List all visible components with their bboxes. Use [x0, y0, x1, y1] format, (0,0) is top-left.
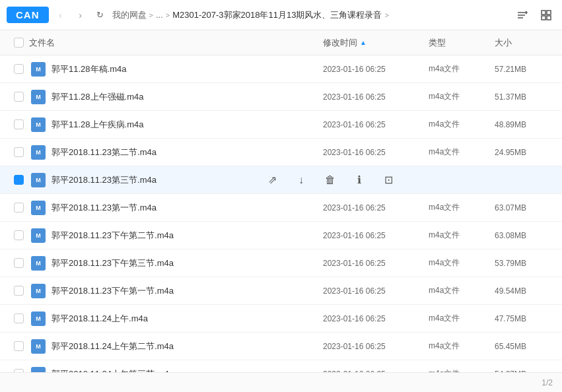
file-type-icon: M [29, 228, 48, 243]
svg-rect-4 [547, 11, 551, 15]
file-type-icon: M [29, 173, 48, 187]
file-date: 2023-01-16 06:25 [323, 148, 429, 157]
breadcrumb-home[interactable]: 我的网盘 [112, 9, 147, 21]
top-bar-right [513, 6, 555, 24]
row-checkbox-col [8, 258, 29, 268]
file-size: 49.54MB [495, 286, 554, 296]
table-row[interactable]: M郭平2018.11.23第三节.m4a⇗↓🗑ℹ⊡ [0, 166, 562, 194]
col-size-header[interactable]: 大小 [495, 37, 554, 49]
file-type: m4a文件 [429, 368, 495, 372]
row-checkbox[interactable] [14, 341, 24, 351]
back-button[interactable]: ‹ [53, 7, 69, 23]
col-date-header[interactable]: 修改时间 ▲ [323, 37, 429, 49]
file-name[interactable]: 郭平2018.11.23第三节.m4a [52, 174, 263, 186]
table-row[interactable]: M郭平2018.11.23第二节.m4a2023-01-16 06:25m4a文… [0, 139, 562, 166]
forward-button[interactable]: › [73, 7, 88, 23]
breadcrumb-sep-2: > [166, 11, 170, 19]
file-name[interactable]: 郭平2018.11.23下午第一节.m4a [52, 285, 323, 297]
row-checkbox-col [8, 175, 29, 185]
row-checkbox[interactable] [14, 203, 24, 212]
table-row[interactable]: M郭平2018.11.24上午.m4a2023-01-16 06:25m4a文件… [0, 305, 562, 333]
view-button[interactable] [537, 6, 555, 24]
breadcrumb-sep-1: > [149, 11, 153, 19]
table-row[interactable]: M郭平2018.11.24上午第三节.m4a2023-01-16 06:25m4… [0, 360, 562, 372]
file-size: 63.08MB [495, 231, 554, 240]
file-name[interactable]: 郭平2018.11.23下午第三节.m4a [52, 257, 323, 269]
file-date: 2023-01-16 06:25 [323, 92, 429, 102]
file-type: m4a文件 [429, 313, 495, 324]
file-type-icon: M [29, 256, 48, 271]
file-name[interactable]: 郭平2018.11.24上午第三节.m4a [52, 368, 323, 373]
row-checkbox-col [8, 341, 29, 351]
file-type-icon: M [29, 311, 48, 326]
row-checkbox[interactable] [14, 64, 24, 74]
table-row[interactable]: M郭平2018.11.23下午第二节.m4a2023-01-16 06:25m4… [0, 222, 562, 249]
more-icon[interactable]: ⊡ [379, 171, 398, 189]
col-name-header[interactable]: 文件名 [29, 37, 323, 49]
file-list: M郭平11.28年稿.m4a2023-01-16 06:25m4a文件57.21… [0, 55, 562, 372]
file-size: 24.95MB [495, 148, 554, 157]
breadcrumb: 我的网盘 > ... > M2301-207-3郭家2018年11月13期风水、… [112, 9, 510, 21]
header-checkbox-col [8, 38, 29, 48]
file-date: 2023-01-16 06:25 [323, 120, 429, 129]
file-name[interactable]: 郭平2018.11.23第一节.m4a [52, 202, 323, 214]
row-checkbox[interactable] [14, 286, 24, 296]
file-type-icon: M [29, 284, 48, 298]
file-size: 51.37MB [495, 92, 554, 102]
file-size: 47.75MB [495, 314, 554, 323]
row-checkbox[interactable] [14, 119, 24, 129]
breadcrumb-expand[interactable]: > [384, 11, 388, 19]
file-type: m4a文件 [429, 285, 495, 296]
table-row[interactable]: M郭平11.28年稿.m4a2023-01-16 06:25m4a文件57.21… [0, 55, 562, 83]
row-checkbox[interactable] [14, 313, 24, 323]
row-checkbox[interactable] [14, 258, 24, 268]
file-date: 2023-01-16 06:25 [323, 231, 429, 240]
file-name[interactable]: 郭平2018.11.23下午第二节.m4a [52, 230, 323, 242]
breadcrumb-current: M2301-207-3郭家2018年11月13期风水、三角课程录音 [172, 9, 382, 21]
file-type: m4a文件 [429, 230, 495, 241]
file-name[interactable]: 郭平2018.11.23第二节.m4a [52, 147, 323, 158]
download-icon[interactable]: ↓ [292, 171, 310, 189]
sort-button[interactable] [513, 6, 532, 24]
file-date: 2023-01-16 06:25 [323, 203, 429, 212]
file-name[interactable]: 郭平2018.11.24上午第二节.m4a [52, 341, 323, 352]
delete-icon[interactable]: 🗑 [321, 171, 339, 189]
row-checkbox-col [8, 313, 29, 323]
file-name[interactable]: 郭平11.28上午疾病.m4a [52, 119, 323, 131]
file-name[interactable]: 郭平2018.11.24上午.m4a [52, 313, 323, 325]
share-icon[interactable]: ⇗ [263, 171, 281, 189]
file-date: 2023-01-16 06:25 [323, 259, 429, 268]
table-row[interactable]: M郭平11.28上午疾病.m4a2023-01-16 06:25m4a文件48.… [0, 111, 562, 139]
row-checkbox[interactable] [14, 230, 24, 240]
table-row[interactable]: M郭平2018.11.23下午第三节.m4a2023-01-16 06:25m4… [0, 249, 562, 277]
sort-arrow-icon: ▲ [360, 39, 367, 46]
file-type: m4a文件 [429, 257, 495, 269]
refresh-button[interactable]: ↻ [92, 7, 108, 23]
info-icon[interactable]: ℹ [350, 171, 369, 189]
row-checkbox[interactable] [14, 147, 24, 157]
file-size: 54.27MB [495, 370, 554, 373]
row-checkbox[interactable] [14, 175, 24, 185]
file-type-icon: M [29, 367, 48, 373]
table-row[interactable]: M郭平2018.11.23第一节.m4a2023-01-16 06:25m4a文… [0, 194, 562, 222]
action-icons-bar: ⇗↓🗑ℹ⊡ [263, 171, 554, 189]
col-type-header[interactable]: 类型 [429, 37, 495, 49]
file-type: m4a文件 [429, 202, 495, 213]
row-checkbox-col [8, 147, 29, 157]
row-checkbox[interactable] [14, 92, 24, 102]
row-checkbox[interactable] [14, 369, 24, 372]
select-all-checkbox[interactable] [14, 38, 24, 48]
svg-rect-6 [547, 16, 551, 20]
breadcrumb-ellipsis[interactable]: ... [156, 10, 163, 20]
file-date: 2023-01-16 06:25 [323, 370, 429, 373]
table-row[interactable]: M郭平2018.11.23下午第一节.m4a2023-01-16 06:25m4… [0, 277, 562, 305]
file-type: m4a文件 [429, 63, 495, 75]
table-row[interactable]: M郭平2018.11.24上午第二节.m4a2023-01-16 06:25m4… [0, 333, 562, 360]
table-row[interactable]: M郭平11.28上午强磁.m4a2023-01-16 06:25m4a文件51.… [0, 83, 562, 111]
row-checkbox-col [8, 230, 29, 240]
file-name[interactable]: 郭平11.28上午强磁.m4a [52, 91, 323, 103]
file-date: 2023-01-16 06:25 [323, 342, 429, 351]
file-date: 2023-01-16 06:25 [323, 286, 429, 296]
bottom-bar: 1/2 [0, 372, 562, 392]
file-name[interactable]: 郭平11.28年稿.m4a [52, 63, 323, 75]
